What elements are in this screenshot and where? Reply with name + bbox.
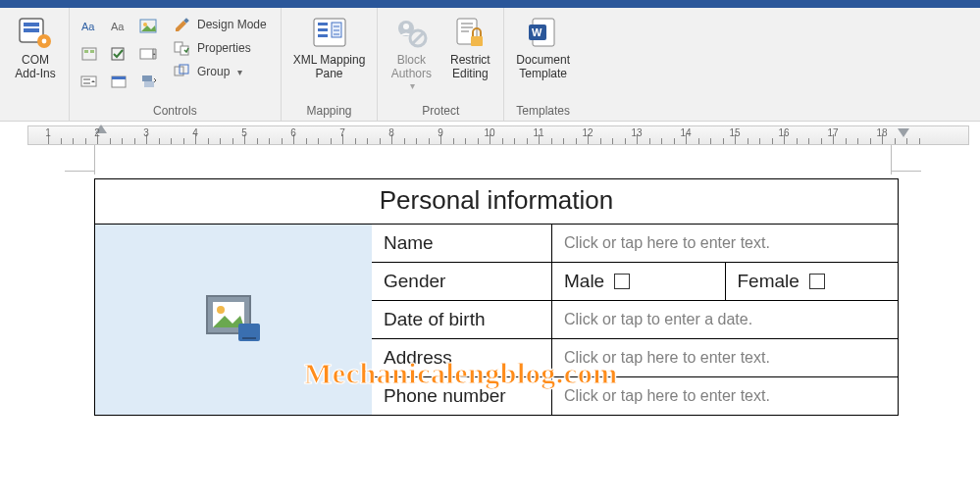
ruler-area: 123456789101112131415161718 <box>0 122 980 145</box>
ribbon: COM Add-Ins Aa Aa Design Mode <box>0 8 980 122</box>
properties-button[interactable]: Properties <box>172 39 269 57</box>
ruler-number: 12 <box>582 127 593 138</box>
svg-rect-37 <box>461 26 473 28</box>
ruler-number: 11 <box>533 127 543 138</box>
form-title: Personal information <box>95 179 898 225</box>
svg-rect-1 <box>24 23 39 26</box>
ruler-number: 14 <box>680 127 691 138</box>
checkbox-control-icon[interactable] <box>105 41 132 67</box>
crop-mark <box>892 171 921 172</box>
design-mode-icon <box>174 17 191 32</box>
dob-input[interactable]: Click or tap to enter a date. <box>552 301 898 338</box>
richtext-control-icon[interactable]: Aa <box>76 14 103 39</box>
ruler-number: 6 <box>290 127 296 138</box>
restrict-editing-button[interactable]: Restrict Editing <box>440 12 499 82</box>
block-authors-button[interactable]: Block Authors ▾ <box>382 12 440 93</box>
ruler-number: 2 <box>94 127 100 138</box>
dob-label: Date of birth <box>372 301 552 338</box>
horizontal-ruler[interactable]: 123456789101112131415161718 <box>27 125 969 145</box>
svg-rect-39 <box>471 36 483 46</box>
svg-text:W: W <box>532 26 542 38</box>
svg-rect-47 <box>242 337 256 339</box>
plaintext-control-icon[interactable]: Aa <box>105 14 132 39</box>
svg-line-34 <box>412 32 424 44</box>
male-checkbox[interactable] <box>614 274 630 289</box>
dropdown-control-icon[interactable] <box>76 69 103 94</box>
xml-mapping-button[interactable]: XML Mapping Pane <box>285 12 374 82</box>
ruler-number: 5 <box>241 127 247 138</box>
group-label-btn: Group <box>197 65 230 78</box>
name-input[interactable]: Click or tap here to enter text. <box>552 225 898 262</box>
design-mode-label: Design Mode <box>197 18 267 31</box>
gender-label: Gender <box>372 263 552 300</box>
title-bar-fragment <box>0 0 980 8</box>
picture-content-control[interactable] <box>95 225 372 415</box>
svg-point-4 <box>42 39 47 44</box>
block-authors-label: Block Authors <box>391 53 432 80</box>
chevron-down-icon: ▾ <box>237 67 242 77</box>
datepicker-control-icon[interactable] <box>105 69 132 94</box>
crop-mark <box>94 145 95 175</box>
svg-rect-15 <box>83 78 90 80</box>
ruler-number: 9 <box>438 127 443 138</box>
com-addins-label: COM Add-Ins <box>15 53 55 80</box>
svg-text:Aa: Aa <box>111 21 125 32</box>
document-template-button[interactable]: W Document Template <box>508 12 578 82</box>
svg-point-32 <box>403 24 409 29</box>
svg-rect-18 <box>112 76 126 79</box>
buildingblock-control-icon[interactable] <box>76 41 103 67</box>
ruler-number: 16 <box>778 127 789 138</box>
right-indent-icon[interactable] <box>898 128 909 137</box>
group-label-mapping: Mapping <box>285 102 374 121</box>
ruler-number: 15 <box>729 127 740 138</box>
content-controls-gallery: Aa Aa <box>74 12 168 94</box>
svg-rect-16 <box>83 82 90 84</box>
svg-rect-28 <box>318 28 328 31</box>
svg-point-45 <box>217 306 225 314</box>
address-label: Address <box>372 339 552 376</box>
page: Personal information Name Click or tap h… <box>94 178 899 416</box>
phone-input[interactable]: Click or tap here to enter text. <box>552 377 898 415</box>
svg-rect-20 <box>144 81 154 87</box>
group-label-protect: Protect <box>382 102 499 121</box>
ruler-number: 3 <box>143 127 149 138</box>
name-label: Name <box>372 225 552 262</box>
ruler-number: 13 <box>631 127 642 138</box>
xml-mapping-icon <box>312 14 347 53</box>
group-label-addins <box>6 116 65 121</box>
ruler-number: 17 <box>827 127 838 138</box>
ruler-number: 10 <box>484 127 494 138</box>
svg-rect-27 <box>318 23 328 25</box>
ruler-number: 8 <box>388 127 394 138</box>
xml-mapping-label: XML Mapping Pane <box>293 53 366 80</box>
ruler-number: 18 <box>876 127 887 138</box>
svg-rect-9 <box>82 48 96 60</box>
ruler-number: 1 <box>45 127 51 138</box>
phone-label: Phone number <box>372 377 552 415</box>
restrict-editing-icon <box>453 14 487 53</box>
properties-label: Properties <box>197 41 251 55</box>
group-button[interactable]: Group ▾ <box>172 63 269 80</box>
address-input[interactable]: Click or tap here to enter text. <box>552 339 898 376</box>
restrict-editing-label: Restrict Editing <box>450 53 490 80</box>
male-label: Male <box>564 271 604 292</box>
document-template-label: Document Template <box>516 53 570 80</box>
properties-icon <box>174 40 191 56</box>
document-area: Personal information Name Click or tap h… <box>0 145 980 416</box>
svg-rect-19 <box>142 75 152 81</box>
design-mode-button[interactable]: Design Mode <box>172 16 269 33</box>
crop-mark <box>65 171 94 172</box>
female-checkbox[interactable] <box>809 274 825 289</box>
combobox-control-icon[interactable] <box>134 41 162 67</box>
gear-addin-icon <box>19 14 52 53</box>
svg-rect-13 <box>140 49 153 59</box>
com-addins-button[interactable]: COM Add-Ins <box>6 12 65 82</box>
group-label-templates: Templates <box>508 102 578 121</box>
group-label-controls: Controls <box>74 102 277 121</box>
repeating-control-icon[interactable] <box>134 69 162 94</box>
chevron-down-icon: ▾ <box>410 80 415 91</box>
svg-rect-29 <box>318 34 328 37</box>
word-template-icon: W <box>527 14 560 53</box>
ruler-number: 7 <box>339 127 345 138</box>
picture-control-icon[interactable] <box>134 14 162 39</box>
